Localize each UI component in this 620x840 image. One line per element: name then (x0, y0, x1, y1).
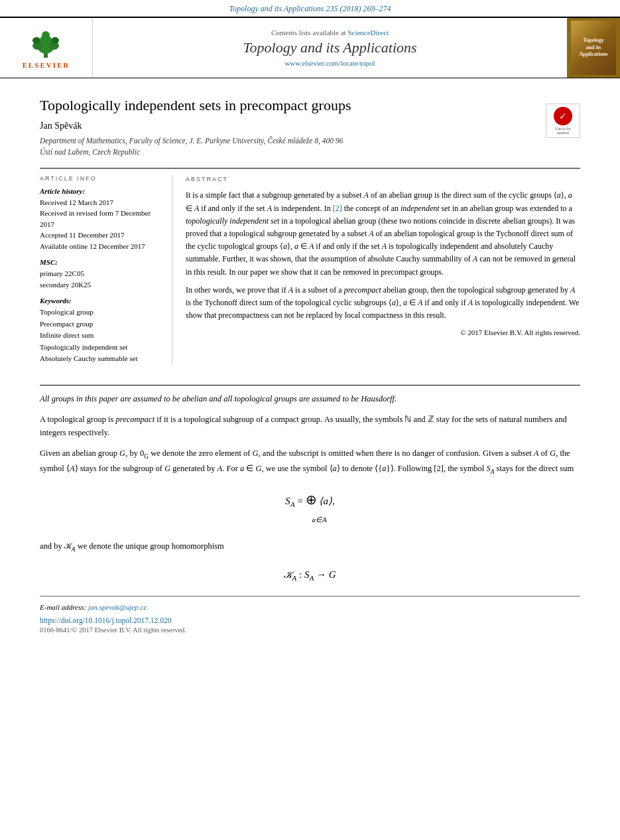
article-info-heading: ARTICLE INFO (40, 175, 162, 182)
msc-secondary: secondary 20K25 (40, 279, 162, 291)
author: Jan Spěvák (40, 121, 580, 131)
sciencedirect-link[interactable]: ScienceDirect (347, 29, 389, 36)
accepted-date: Accepted 11 December 2017 (40, 230, 162, 241)
journal-title: Topology and its Applications (243, 39, 416, 56)
footnote-label: E-mail address: (40, 603, 88, 611)
svg-point-6 (32, 37, 40, 44)
history-section: Article history: Received 12 March 2017 … (40, 187, 162, 252)
journal-url[interactable]: www.elsevier.com/locate/topol (284, 59, 375, 67)
math-formula-1: SA = ⊕ ⟨a⟩, a∈A (40, 489, 580, 527)
keyword-2: Precompact group (40, 318, 162, 330)
title-section: Topologically independent sets in precom… (40, 97, 580, 114)
affiliation: Department of Mathematics, Faculty of Sc… (40, 135, 580, 159)
body-para1: A topological group is precompact if it … (40, 413, 580, 440)
body-para3: and by 𝒦A we denote the unique group hom… (40, 539, 580, 555)
article-info-col: ARTICLE INFO Article history: Received 1… (40, 175, 172, 365)
received-date: Received 12 March 2017 (40, 197, 162, 208)
doi-section: https://doi.org/10.1016/j.topol.2017.12.… (0, 611, 620, 634)
elsevier-label: ELSEVIER (23, 61, 70, 69)
available-date: Available online 12 December 2017 (40, 241, 162, 252)
footnote: E-mail address: jan.spevak@ujep.cz. (0, 603, 620, 611)
body-text: All groups in this paper are assumed to … (0, 392, 620, 584)
body-divider (40, 385, 580, 385)
body-para2: Given an abelian group G, by 0G we denot… (40, 447, 580, 477)
keyword-1: Topological group (40, 307, 162, 318)
elsevier-logo-section: ELSEVIER (0, 18, 93, 78)
italic-assumption: All groups in this paper are assumed to … (40, 392, 580, 406)
abstract-heading: ABSTRACT (186, 175, 580, 184)
doi-link[interactable]: https://doi.org/10.1016/j.topol.2017.12.… (40, 616, 580, 624)
journal-header: ELSEVIER Contents lists available at Sci… (0, 17, 620, 78)
keyword-3: Infinite direct sum (40, 330, 162, 342)
footnote-bar (40, 596, 580, 600)
contents-available-text: Contents lists available at ScienceDirec… (271, 29, 389, 36)
article-info-abstract: ARTICLE INFO Article history: Received 1… (40, 175, 580, 365)
abstract-para2: In other words, we prove that if A is a … (186, 284, 580, 322)
check-updates-badge[interactable]: ✓ Check forupdates (546, 104, 580, 138)
msc-label: MSC: (40, 258, 162, 266)
keywords-label: Keywords: (40, 297, 162, 305)
abstract-col: ABSTRACT It is a simple fact that a subg… (186, 175, 580, 365)
elsevier-tree-icon (26, 27, 66, 59)
email-link[interactable]: jan.spevak@ujep.cz. (88, 603, 148, 611)
check-icon: ✓ (554, 107, 572, 125)
svg-point-3 (42, 31, 50, 39)
history-label: Article history: (40, 187, 162, 195)
revised-date: Received in revised form 7 December 2017 (40, 208, 162, 230)
msc-primary: primary 22C05 (40, 268, 162, 279)
journal-title-section: Contents lists available at ScienceDirec… (93, 18, 567, 78)
journal-cover-thumbnail: Topologyand itsApplications (567, 18, 620, 78)
article-title: Topologically independent sets in precom… (40, 97, 580, 114)
keyword-4: Topologically independent set (40, 342, 162, 354)
copyright: © 2017 Elsevier B.V. All rights reserved… (186, 327, 580, 339)
ref-2-link[interactable]: [2] (333, 204, 342, 213)
journal-ref: Topology and its Applications 235 (2018)… (0, 0, 620, 17)
keywords-section: Keywords: Topological group Precompact g… (40, 297, 162, 365)
msc-section: MSC: primary 22C05 secondary 20K25 (40, 258, 162, 290)
section-divider (40, 168, 580, 169)
keyword-5: Absolutely Cauchy summable set (40, 353, 162, 365)
abstract-para1: It is a simple fact that a subgroup gene… (186, 189, 580, 278)
article-main: Topologically independent sets in precom… (0, 78, 620, 378)
issn-text: 0166-8641/© 2017 Elsevier B.V. All right… (40, 626, 580, 634)
journal-reference-bar: Topology and its Applications 235 (2018)… (0, 0, 620, 17)
svg-point-7 (51, 37, 59, 44)
abstract-text: It is a simple fact that a subgroup gene… (186, 189, 580, 338)
math-formula-2: 𝒦A : SA → G (40, 567, 580, 585)
